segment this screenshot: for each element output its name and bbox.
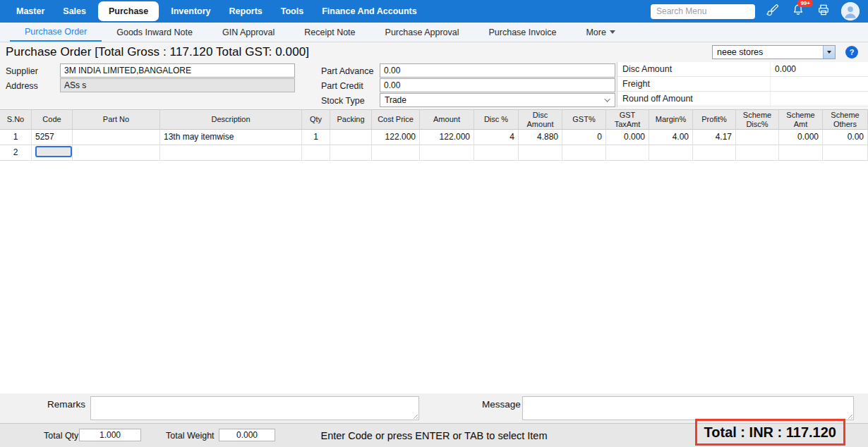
disc-amount-label: Disc Amount — [622, 64, 672, 74]
page-title: Purchase Order [Total Gross : 117.120 To… — [0, 45, 309, 59]
cell-packing[interactable] — [330, 145, 372, 161]
cell-part-no[interactable] — [73, 130, 160, 145]
cell-gst[interactable]: 0 — [562, 130, 606, 145]
topnav-items: MasterSalesPurchaseInventoryReportsTools… — [0, 0, 426, 23]
resize-handle-icon[interactable] — [846, 412, 852, 419]
freight-value[interactable] — [770, 77, 868, 91]
store-selector[interactable]: neee stores — [712, 45, 836, 59]
cell-scheme-others[interactable] — [823, 145, 868, 161]
remarks-label: Remarks — [47, 399, 85, 410]
table-row: 2 — [0, 145, 868, 161]
grand-total-box: Total : INR : 117.120 — [695, 419, 845, 446]
cell-cost-price[interactable]: 122.000 — [372, 130, 420, 145]
cell-scheme-amt[interactable] — [779, 145, 823, 161]
round-off-label: Round off Amount — [622, 94, 693, 104]
cell-code[interactable]: 5257 — [32, 130, 73, 145]
cell-qty[interactable]: 1 — [302, 130, 330, 145]
cell-s-no[interactable]: 1 — [0, 130, 32, 145]
cell-gst[interactable] — [562, 145, 606, 161]
help-button[interactable]: ? — [845, 46, 858, 59]
cell-amount[interactable] — [420, 145, 474, 161]
cell-scheme-others[interactable]: 0.00 — [823, 130, 868, 145]
column-header-qty: Qty — [302, 109, 330, 130]
resize-handle-icon[interactable] — [411, 412, 418, 419]
column-header-profit: Profit% — [693, 109, 736, 130]
remarks-textarea[interactable] — [90, 396, 419, 420]
chevron-down-icon — [610, 30, 615, 34]
message-textarea[interactable] — [522, 396, 854, 420]
cell-code[interactable] — [32, 145, 73, 161]
grand-total-text: Total : INR : 117.120 — [704, 424, 836, 441]
subnav-item-goods-inward-note[interactable]: Goods Inward Note — [102, 23, 207, 42]
cell-profit[interactable]: 4.17 — [693, 130, 736, 145]
paint-brush-icon — [766, 3, 780, 20]
message-label: Message — [482, 399, 521, 410]
cell-disc-amount[interactable]: 4.880 — [519, 130, 562, 145]
footer-bar: Total Qty Total Weight Enter Code or pre… — [0, 423, 868, 447]
cell-amount[interactable]: 122.000 — [420, 130, 474, 145]
cell-part-no[interactable] — [73, 145, 160, 161]
search-input[interactable] — [651, 4, 755, 19]
subnav-item-more[interactable]: More — [571, 23, 629, 42]
column-header-scheme-disc: Scheme Disc% — [736, 109, 779, 130]
topnav-item-master[interactable]: Master — [7, 0, 54, 23]
part-credit-label: Part Credit — [321, 81, 363, 91]
subnav-item-purchase-invoice[interactable]: Purchase Invoice — [474, 23, 571, 42]
cell-disc[interactable] — [474, 145, 519, 161]
table-header-row: S.NoCodePart NoDescriptionQtyPackingCost… — [0, 109, 868, 130]
user-avatar[interactable] — [841, 2, 860, 20]
column-header-description: Description — [160, 109, 302, 130]
cell-packing[interactable] — [330, 130, 372, 145]
subnav-item-label: Receipt Note — [304, 27, 355, 37]
subnav-item-purchase-approval[interactable]: Purchase Approval — [370, 23, 474, 42]
printer-icon — [816, 3, 831, 20]
cell-s-no[interactable]: 2 — [0, 145, 32, 161]
cell-scheme-disc[interactable] — [736, 130, 779, 145]
cell-scheme-amt[interactable]: 0.000 — [779, 130, 823, 145]
cell-margin[interactable]: 4.00 — [649, 130, 693, 145]
cell-disc-amount[interactable] — [519, 145, 562, 161]
part-advance-input[interactable] — [380, 63, 615, 78]
store-selector-dropdown-button[interactable] — [823, 46, 835, 59]
theme-brush-button[interactable] — [765, 4, 780, 19]
subnav-item-gin-approval[interactable]: GIN Approval — [207, 23, 289, 42]
column-header-disc: Disc % — [474, 109, 519, 130]
supplier-input[interactable] — [60, 63, 295, 78]
cell-description[interactable]: 13th may itemwise — [160, 130, 302, 145]
disc-amount-value[interactable]: 0.000 — [770, 62, 868, 76]
topnav-item-tools[interactable]: Tools — [272, 0, 313, 23]
charges-panel: Disc Amount 0.000 Freight Round off Amou… — [617, 62, 868, 107]
subnav-item-purchase-order[interactable]: Purchase Order — [10, 23, 102, 42]
code-entry-input[interactable] — [35, 146, 72, 157]
cell-gst-taxamt[interactable]: 0.000 — [606, 130, 649, 145]
address-input[interactable] — [60, 78, 295, 92]
store-selector-value: neee stores — [713, 47, 823, 57]
freight-label: Freight — [622, 79, 650, 89]
topnav-item-purchase[interactable]: Purchase — [98, 1, 159, 21]
stock-type-select[interactable]: Trade — [380, 93, 615, 107]
subnav-item-label: More — [586, 27, 605, 37]
cell-gst-taxamt[interactable] — [606, 145, 649, 161]
table-row: 1525713th may itemwise1122.000122.00044.… — [0, 130, 868, 145]
round-off-value[interactable] — [770, 92, 868, 106]
topbar-right: 99+ — [651, 2, 868, 20]
cell-description[interactable] — [160, 145, 302, 161]
topnav-item-finance-and-accounts[interactable]: Finance And Accounts — [313, 0, 426, 23]
subnav-item-receipt-note[interactable]: Receipt Note — [289, 23, 370, 42]
question-mark-icon: ? — [850, 48, 855, 56]
topnav-item-sales[interactable]: Sales — [54, 0, 95, 23]
cell-profit[interactable] — [693, 145, 736, 161]
cell-scheme-disc[interactable] — [736, 145, 779, 161]
topnav-item-reports[interactable]: Reports — [220, 0, 272, 23]
column-header-gst-taxamt: GST TaxAmt — [606, 109, 649, 130]
notifications-button[interactable]: 99+ — [790, 4, 806, 19]
cell-qty[interactable] — [302, 145, 330, 161]
print-button[interactable] — [816, 4, 831, 19]
part-credit-input[interactable] — [380, 78, 615, 92]
cell-disc[interactable]: 4 — [474, 130, 519, 145]
cell-margin[interactable] — [649, 145, 693, 161]
column-header-part-no: Part No — [73, 109, 160, 130]
cell-cost-price[interactable] — [372, 145, 420, 161]
topnav-item-inventory[interactable]: Inventory — [162, 0, 219, 23]
notification-badge: 99+ — [797, 0, 813, 7]
